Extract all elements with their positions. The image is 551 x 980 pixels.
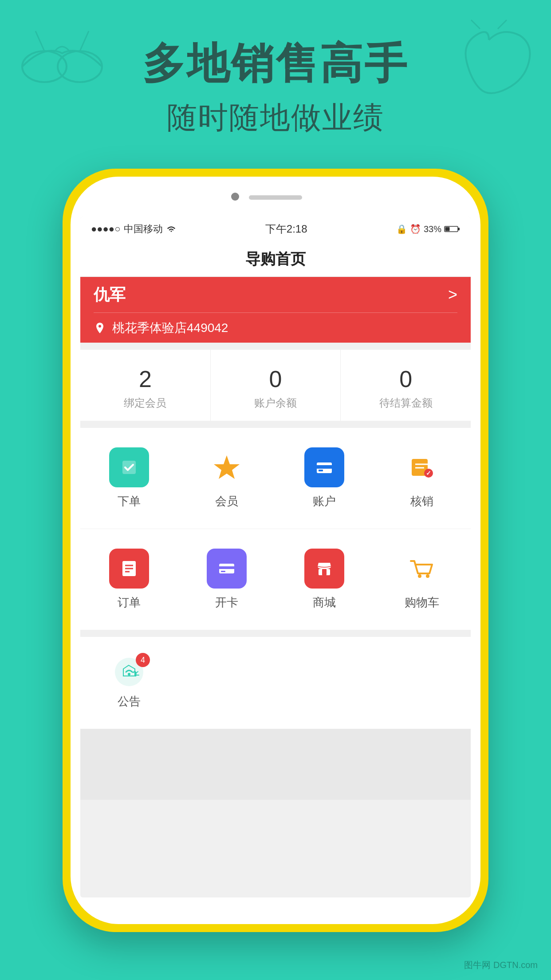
- store-name: 桃花季体验店449042: [112, 320, 228, 336]
- icon-grid-row2: 订单 开卡: [80, 529, 471, 630]
- stat-account-balance: 0 账户余额: [211, 350, 341, 421]
- svg-rect-11: [317, 465, 332, 469]
- stat-value-balance: 0: [269, 366, 282, 392]
- svg-rect-26: [322, 569, 327, 575]
- stat-label-pending: 待结算金额: [379, 396, 433, 410]
- stat-value-pending: 0: [399, 366, 412, 392]
- stat-label-balance: 账户余额: [254, 396, 297, 410]
- phone-speaker: [249, 195, 302, 200]
- verify-label: 核销: [410, 494, 433, 509]
- lock-icon: 🔒: [396, 224, 407, 234]
- phone-mockup: ●●●●○ 中国移动 下午2:18 🔒 ⏰ 33%: [63, 169, 488, 932]
- svg-point-30: [128, 673, 130, 676]
- place-order-label: 下单: [118, 494, 141, 509]
- svg-line-4: [498, 20, 507, 29]
- phone-camera: [231, 193, 239, 201]
- user-name: 仇军: [94, 284, 126, 306]
- orders-icon: [109, 549, 149, 589]
- member-icon: [207, 447, 247, 487]
- svg-rect-8: [445, 227, 449, 231]
- svg-rect-7: [458, 228, 460, 230]
- signal-dots: ●●●●○: [91, 223, 120, 235]
- verify-icon: ✓: [402, 447, 442, 487]
- stat-pending-amount: 0 待结算金额: [341, 350, 471, 421]
- svg-text:✓: ✓: [426, 470, 431, 477]
- stat-bound-members: 2 绑定会员: [80, 350, 211, 421]
- card-label: 开卡: [215, 595, 238, 610]
- bottom-gray-area: [80, 729, 471, 800]
- phone-screen: ●●●●○ 中国移动 下午2:18 🔒 ⏰ 33%: [80, 217, 471, 897]
- nav-title: 导购首页: [245, 249, 306, 269]
- icon-item-card[interactable]: 开卡: [178, 538, 276, 621]
- icon-item-place-order[interactable]: 下单: [80, 437, 178, 520]
- svg-point-28: [426, 574, 429, 578]
- svg-rect-12: [319, 470, 323, 471]
- icon-item-verify[interactable]: ✓ 核销: [373, 437, 471, 520]
- announce-label: 公告: [118, 694, 141, 709]
- shop-label: 商城: [313, 595, 336, 610]
- location-icon: [94, 322, 106, 334]
- wifi-icon: [166, 225, 176, 233]
- cart-icon: [402, 549, 442, 589]
- banner-bottom-row: 桃花季体验店449042: [94, 312, 457, 343]
- status-time: 下午2:18: [265, 222, 307, 236]
- icon-grid-row1: 下单 会员: [80, 428, 471, 529]
- account-label: 账户: [313, 494, 336, 509]
- place-order-icon: [109, 447, 149, 487]
- status-left: ●●●●○ 中国移动: [91, 222, 176, 236]
- member-label: 会员: [215, 494, 238, 509]
- icon-item-announce[interactable]: 4 公告: [80, 646, 178, 720]
- card-icon: [207, 549, 247, 589]
- icon-item-orders[interactable]: 订单: [80, 538, 178, 621]
- stats-row: 2 绑定会员 0 账户余额 0 待结算金额: [80, 350, 471, 421]
- red-banner[interactable]: 仇军 > 桃花季体验店449042: [80, 277, 471, 343]
- account-icon: [304, 447, 344, 487]
- banner-top-row[interactable]: 仇军 >: [94, 277, 457, 312]
- headline-sub: 随时随地做业绩: [0, 98, 551, 138]
- svg-rect-23: [219, 566, 234, 569]
- stat-label-members: 绑定会员: [124, 396, 166, 410]
- announce-icon-wrapper: 4: [114, 656, 145, 688]
- orders-label: 订单: [118, 595, 141, 610]
- nav-bar: 导购首页: [80, 241, 471, 277]
- icon-item-account[interactable]: 账户: [276, 437, 373, 520]
- cart-label: 购物车: [405, 595, 439, 610]
- phone-body: ●●●●○ 中国移动 下午2:18 🔒 ⏰ 33%: [71, 177, 480, 924]
- icon-item-shop[interactable]: 商城: [276, 538, 373, 621]
- svg-point-27: [418, 574, 421, 578]
- content-area[interactable]: 仇军 > 桃花季体验店449042 2: [80, 277, 471, 897]
- headline-section: 多地销售高手 随时随地做业绩: [0, 36, 551, 138]
- alarm-icon: ⏰: [410, 224, 421, 234]
- stat-value-members: 2: [139, 366, 152, 392]
- battery-bar: [444, 225, 460, 233]
- svg-line-5: [471, 20, 480, 29]
- announce-badge: 4: [136, 653, 150, 667]
- svg-rect-24: [221, 571, 225, 572]
- shop-icon: [304, 549, 344, 589]
- icon-item-cart[interactable]: 购物车: [373, 538, 471, 621]
- battery-text: 33%: [424, 224, 441, 234]
- banner-arrow: >: [448, 285, 457, 304]
- carrier-name: 中国移动: [124, 222, 163, 236]
- headline-main: 多地销售高手: [0, 36, 551, 93]
- announce-row: 4 公告: [80, 637, 471, 729]
- status-bar: ●●●●○ 中国移动 下午2:18 🔒 ⏰ 33%: [80, 217, 471, 241]
- status-right: 🔒 ⏰ 33%: [396, 224, 460, 234]
- watermark: 图牛网 DGTN.com: [464, 959, 538, 971]
- icon-item-member[interactable]: 会员: [178, 437, 276, 520]
